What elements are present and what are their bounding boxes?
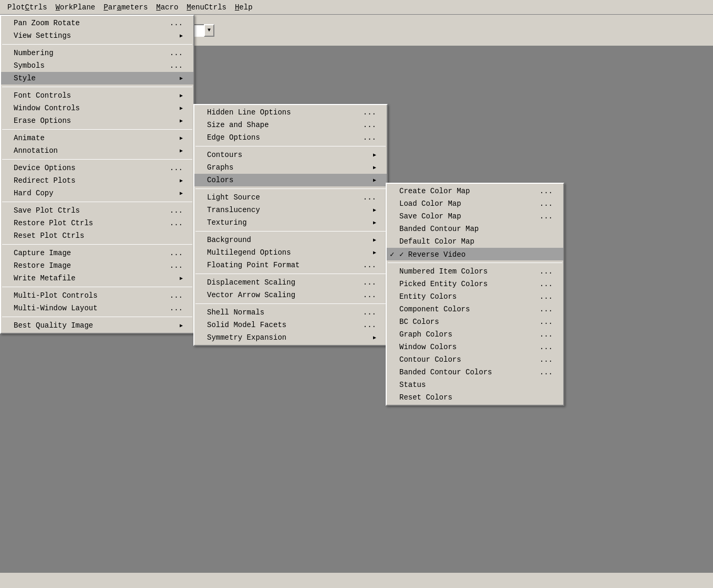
separator [2, 317, 192, 317]
menu-item-capture-image[interactable]: Capture Image ... [1, 247, 193, 259]
menu-item-device-options[interactable]: Device Options ... [1, 162, 193, 174]
menu-item-status[interactable]: Status [387, 379, 563, 391]
menu-item-colors[interactable]: Colors [194, 174, 387, 186]
separator [2, 44, 192, 45]
menu-item-best-quality-image[interactable]: Best Quality Image [1, 319, 193, 332]
menu-item-contours[interactable]: Contours [194, 149, 387, 161]
menu-item-numbered-item-colors[interactable]: Numbered Item Colors ... [387, 265, 563, 278]
menu-item-size-and-shape[interactable]: Size and Shape ... [194, 119, 387, 131]
menu-item-translucency[interactable]: Translucency [194, 204, 387, 216]
menu-item-symmetry-expansion[interactable]: Symmetry Expansion [194, 331, 387, 344]
menu-item-write-metafile[interactable]: Write Metafile [1, 272, 193, 285]
separator [2, 287, 192, 287]
menu-item-displacement-scaling[interactable]: Displacement Scaling ... [194, 276, 387, 289]
menu-item-banded-contour-colors[interactable]: Banded Contour Colors ... [387, 366, 563, 379]
menu-item-pan-zoom-rotate[interactable]: Pan Zoom Rotate ... [1, 17, 193, 29]
menu-item-graph-colors[interactable]: Graph Colors ... [387, 328, 563, 341]
menu-item-reset-colors[interactable]: Reset Colors [387, 391, 563, 404]
menu-item-hidden-line-options[interactable]: Hidden Line Options ... [194, 106, 387, 119]
menu-panel-1: Pan Zoom Rotate ... View Settings Number… [0, 15, 194, 334]
statusbar [0, 572, 713, 588]
menu-item-component-colors[interactable]: Component Colors ... [387, 303, 563, 316]
separator [2, 159, 192, 160]
menu-panel-2: Hidden Line Options ... Size and Shape .… [193, 104, 388, 346]
menu-item-background[interactable]: Background [194, 234, 387, 246]
toolbar-dropdown-arrow[interactable]: ▼ [204, 24, 214, 37]
menu-item-create-color-map[interactable]: Create Color Map ... [387, 185, 563, 197]
menu-item-symbols[interactable]: Symbols ... [1, 59, 193, 72]
menu-item-window-controls[interactable]: Window Controls [1, 102, 193, 114]
separator [2, 87, 192, 87]
separator [195, 274, 386, 274]
menu-item-restore-plot-ctrls[interactable]: Restore Plot Ctrls ... [1, 217, 193, 229]
menu-item-restore-image[interactable]: Restore Image ... [1, 259, 193, 272]
menubar: PlotCtrls WorkPlane Parameters Macro Men… [0, 0, 713, 15]
menu-item-multi-window-layout[interactable]: Multi-Window Layout ... [1, 302, 193, 314]
menu-item-save-plot-ctrls[interactable]: Save Plot Ctrls ... [1, 204, 193, 217]
menu-item-light-source[interactable]: Light Source ... [194, 191, 387, 204]
menubar-item-macro[interactable]: Macro [152, 2, 182, 13]
menubar-item-parameters[interactable]: Parameters [99, 2, 152, 13]
menu-item-style[interactable]: Style [1, 72, 193, 85]
menu-item-edge-options[interactable]: Edge Options ... [194, 131, 387, 144]
menu-item-animate[interactable]: Animate [1, 132, 193, 144]
menu-item-texturing[interactable]: Texturing [194, 216, 387, 229]
separator [195, 146, 386, 146]
separator [2, 202, 192, 202]
menu-item-entity-colors[interactable]: Entity Colors ... [387, 290, 563, 303]
menu-item-window-colors[interactable]: Window Colors ... [387, 341, 563, 353]
menu-panel-3: Create Color Map ... Load Color Map ... … [386, 183, 564, 406]
menu-item-bc-colors[interactable]: BC Colors ... [387, 316, 563, 328]
menu-item-multilegend-options[interactable]: Multilegend Options [194, 246, 387, 259]
menu-item-solid-model-facets[interactable]: Solid Model Facets ... [194, 319, 387, 331]
menu-item-annotation[interactable]: Annotation [1, 144, 193, 157]
separator [195, 303, 386, 304]
menu-item-default-color-map[interactable]: Default Color Map [387, 235, 563, 248]
separator [388, 262, 562, 263]
menu-item-load-color-map[interactable]: Load Color Map ... [387, 197, 563, 210]
menu-item-view-settings[interactable]: View Settings [1, 29, 193, 42]
menu-item-vector-arrow-scaling[interactable]: Vector Arrow Scaling ... [194, 289, 387, 301]
menu-item-redirect-plots[interactable]: Redirect Plots [1, 174, 193, 187]
menubar-item-help[interactable]: Help [231, 2, 257, 13]
menubar-item-plotctrls[interactable]: PlotCtrls [3, 2, 51, 13]
menu-item-erase-options[interactable]: Erase Options [1, 114, 193, 127]
menu-item-reset-plot-ctrls[interactable]: Reset Plot Ctrls [1, 229, 193, 242]
menu-item-font-controls[interactable]: Font Controls [1, 89, 193, 102]
separator [2, 129, 192, 130]
separator [195, 188, 386, 189]
menu-item-graphs[interactable]: Graphs [194, 161, 387, 174]
menu-item-reverse-video[interactable]: ✓ Reverse Video [387, 248, 563, 260]
menu-item-multi-plot-controls[interactable]: Multi-Plot Controls ... [1, 289, 193, 302]
menu-item-contour-colors[interactable]: Contour Colors ... [387, 353, 563, 366]
separator [2, 244, 192, 245]
menubar-item-menuctrls[interactable]: MenuCtrls [182, 2, 231, 13]
menu-item-save-color-map[interactable]: Save Color Map ... [387, 210, 563, 223]
menu-item-banded-contour-map[interactable]: Banded Contour Map [387, 223, 563, 235]
menu-item-picked-entity-colors[interactable]: Picked Entity Colors ... [387, 278, 563, 290]
menubar-item-workplane[interactable]: WorkPlane [51, 2, 100, 13]
menu-item-floating-point-format[interactable]: Floating Point Format ... [194, 259, 387, 271]
separator [195, 231, 386, 232]
menu-item-shell-normals[interactable]: Shell Normals ... [194, 306, 387, 319]
menu-item-hard-copy[interactable]: Hard Copy [1, 187, 193, 200]
menu-item-numbering[interactable]: Numbering ... [1, 47, 193, 59]
